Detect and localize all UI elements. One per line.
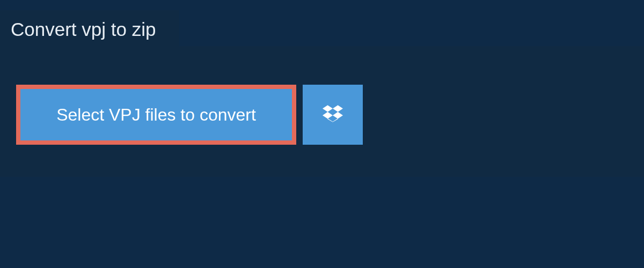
select-files-label: Select VPJ files to convert <box>56 105 256 125</box>
tab-convert[interactable]: Convert vpj to zip <box>0 10 179 49</box>
select-files-button[interactable]: Select VPJ files to convert <box>16 85 296 145</box>
button-area: Select VPJ files to convert <box>0 46 644 177</box>
tab-title: Convert vpj to zip <box>11 19 156 40</box>
dropbox-button[interactable] <box>303 85 363 145</box>
converter-panel: Convert vpj to zip Select VPJ files to c… <box>0 46 644 177</box>
dropbox-icon <box>323 103 343 126</box>
